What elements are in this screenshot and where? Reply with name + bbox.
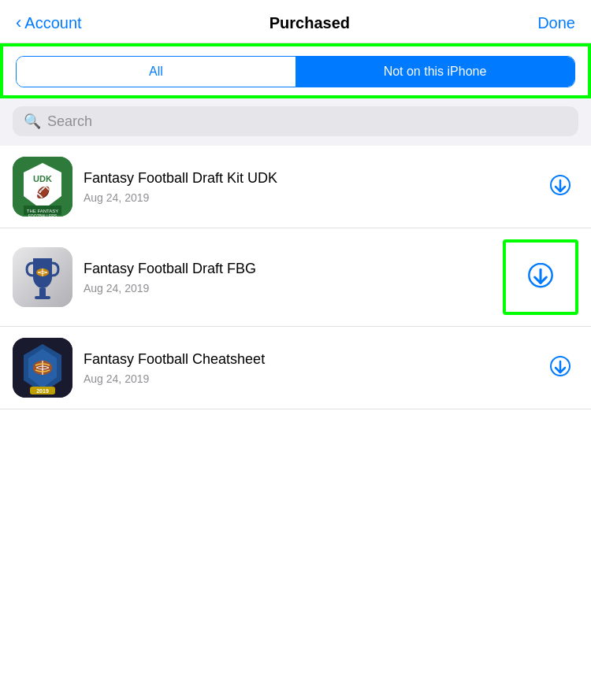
- back-label: Account: [24, 14, 81, 32]
- nav-bar: ‹ Account Purchased Done: [0, 0, 591, 43]
- search-bar[interactable]: 🔍 Search: [13, 106, 578, 136]
- svg-text:🏈: 🏈: [36, 186, 50, 199]
- app-icon-udk: UDK 🏈 THE FANTASY FOOTBALLERS: [13, 157, 72, 217]
- app-info-udk: Fantasy Football Draft Kit UDK Aug 24, 2…: [84, 169, 531, 203]
- svg-text:2019: 2019: [36, 388, 49, 394]
- segment-not-on-iphone[interactable]: Not on this iPhone: [296, 57, 574, 87]
- app-name: Fantasy Football Cheatsheet: [84, 350, 531, 369]
- app-date: Aug 24, 2019: [84, 372, 531, 385]
- svg-text:FOOTBALLERS: FOOTBALLERS: [28, 213, 58, 217]
- search-container: 🔍 Search: [0, 98, 591, 146]
- list-item: UDK 🏈 THE FANTASY FOOTBALLERS Fantasy Fo…: [0, 146, 591, 228]
- app-list: UDK 🏈 THE FANTASY FOOTBALLERS Fantasy Fo…: [0, 146, 591, 409]
- svg-rect-9: [35, 296, 50, 299]
- app-info-cheatsheet: Fantasy Football Cheatsheet Aug 24, 2019: [84, 350, 531, 384]
- app-date: Aug 24, 2019: [84, 282, 492, 294]
- app-icon-cheatsheet: 2019: [13, 338, 72, 398]
- app-info-fbg: Fantasy Football Draft FBG Aug 24, 2019: [84, 260, 492, 294]
- svg-text:UDK: UDK: [33, 174, 52, 183]
- download-button-fbg[interactable]: [503, 239, 578, 315]
- back-button[interactable]: ‹ Account: [16, 13, 82, 33]
- search-placeholder: Search: [47, 113, 92, 130]
- download-button-cheatsheet[interactable]: [542, 350, 578, 386]
- search-icon: 🔍: [24, 113, 41, 130]
- download-button-udk[interactable]: [542, 169, 578, 205]
- svg-rect-8: [39, 288, 46, 296]
- page-title: Purchased: [269, 14, 350, 32]
- app-icon-fbg: [13, 247, 72, 307]
- list-item: 2019 Fantasy Football Cheatsheet Aug 24,…: [0, 327, 591, 409]
- segment-control: All Not on this iPhone: [16, 56, 575, 87]
- segment-all[interactable]: All: [17, 57, 296, 87]
- done-button[interactable]: Done: [537, 14, 575, 32]
- app-name: Fantasy Football Draft Kit UDK: [84, 169, 531, 187]
- segment-wrapper: All Not on this iPhone: [0, 43, 591, 98]
- list-item: Fantasy Football Draft FBG Aug 24, 2019: [0, 228, 591, 327]
- app-date: Aug 24, 2019: [84, 191, 531, 204]
- chevron-left-icon: ‹: [16, 13, 21, 33]
- app-name: Fantasy Football Draft FBG: [84, 260, 492, 278]
